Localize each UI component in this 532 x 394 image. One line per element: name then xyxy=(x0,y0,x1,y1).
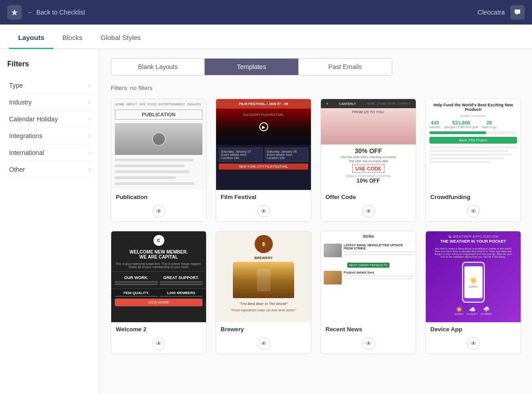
tab-blocks-label: Blocks xyxy=(63,34,83,41)
preview-button-crowdfunding[interactable]: 👁 xyxy=(426,202,521,221)
template-thumb-recent-news: Strike LATEST EMAIL NEWSLETTER UPDATE FR… xyxy=(321,231,416,322)
template-thumb-crowdfunding: Help Fund the World's Best Exciting New … xyxy=(426,99,521,190)
navbar-right: Cleocatra xyxy=(478,5,525,20)
tab-blocks[interactable]: Blocks xyxy=(54,27,92,49)
template-thumb-device-app: 🌤 WEATHER APPLICATION THE WEATHER IN YOU… xyxy=(426,231,521,322)
template-name-recent-news: Recent News xyxy=(321,322,416,334)
sidebar-item-international[interactable]: International › xyxy=(7,145,92,161)
navbar: ← Back to Checklist Cleocatra xyxy=(0,0,532,25)
eye-icon: 👁 xyxy=(257,337,270,350)
tab-layouts-label: Layouts xyxy=(18,34,44,41)
sidebar-item-calendar-holiday[interactable]: Calendar Holiday › xyxy=(7,111,92,128)
template-card-offer-code[interactable]: CANTERLY HOME STORE BLOG CONTACT FROM US… xyxy=(320,99,416,222)
templates-grid: HOMEABOUTLIFEFOODENTERTAINMENTFASHION PU… xyxy=(111,99,521,354)
eye-icon: 👁 xyxy=(467,337,480,350)
template-card-recent-news[interactable]: Strike LATEST EMAIL NEWSLETTER UPDATE FR… xyxy=(320,231,416,354)
sidebar-item-integrations-label: Integrations xyxy=(9,132,42,140)
chevron-right-icon: › xyxy=(89,99,90,105)
preview-button-offer-code[interactable]: 👁 xyxy=(321,202,416,221)
preview-button-brewery[interactable]: 👁 xyxy=(216,334,311,354)
template-name-film-festival: Film Festival xyxy=(216,190,311,202)
filters-status: Filters: no filters xyxy=(111,85,521,91)
sidebar-item-other[interactable]: Other › xyxy=(7,161,92,178)
sidebar-item-integrations[interactable]: Integrations › xyxy=(7,128,92,145)
tab-bar: Layouts Blocks Global Styles xyxy=(0,25,532,49)
template-card-brewery[interactable]: 🍺 BREWERY "The Best Beer In The World!" … xyxy=(216,231,311,354)
template-thumb-offer-code: CANTERLY HOME STORE BLOG CONTACT FROM US… xyxy=(321,99,416,190)
right-panel: Blank Layouts Templates Past Emails Filt… xyxy=(100,49,532,394)
eye-icon: 👁 xyxy=(153,205,165,218)
chevron-right-icon: › xyxy=(89,150,90,156)
template-name-welcome-2: Welcome 2 xyxy=(111,322,206,334)
preview-button-film-festival[interactable]: 👁 xyxy=(216,202,311,221)
sidebar-item-international-label: International xyxy=(9,149,44,156)
template-card-welcome-2[interactable]: C WELCOME NEW MEMBER.WE ARE CAPITAL This… xyxy=(111,231,207,354)
tab-layouts[interactable]: Layouts xyxy=(9,27,54,49)
template-name-offer-code: Offer Code xyxy=(321,190,416,202)
sidebar-item-other-label: Other xyxy=(9,166,25,173)
sidebar-item-type[interactable]: Type › xyxy=(7,77,92,94)
preview-button-publication[interactable]: 👁 xyxy=(111,202,206,221)
template-name-brewery: Brewery xyxy=(216,322,311,334)
preview-button-recent-news[interactable]: 👁 xyxy=(321,334,416,354)
sidebar: Filters Type › Industry › Calendar Holid… xyxy=(0,49,100,394)
chevron-right-icon: › xyxy=(89,116,90,122)
sidebar-item-type-label: Type xyxy=(9,82,23,89)
past-emails-button[interactable]: Past Emails xyxy=(299,59,392,75)
template-thumb-welcome-2: C WELCOME NEW MEMBER.WE ARE CAPITAL This… xyxy=(111,231,206,322)
chat-icon-button[interactable] xyxy=(510,5,525,20)
eye-icon: 👁 xyxy=(362,205,375,218)
template-thumb-publication: HOMEABOUTLIFEFOODENTERTAINMENTFASHION PU… xyxy=(111,99,206,190)
filters-title: Filters xyxy=(7,60,92,68)
tab-global-styles[interactable]: Global Styles xyxy=(92,27,150,49)
template-card-film-festival[interactable]: FILM FESTIVAL / JAN 07 - 09 2nd SHORT FI… xyxy=(216,99,311,222)
template-thumb-film-festival: FILM FESTIVAL / JAN 07 - 09 2nd SHORT FI… xyxy=(216,99,311,190)
back-label: Back to Checklist xyxy=(36,9,85,16)
sidebar-item-industry[interactable]: Industry › xyxy=(7,94,92,111)
app-logo xyxy=(7,5,22,20)
username-label: Cleocatra xyxy=(478,9,505,16)
template-card-crowdfunding[interactable]: Help Fund the World's Best Exciting New … xyxy=(425,99,521,222)
template-name-publication: Publication xyxy=(111,190,206,202)
eye-icon: 👁 xyxy=(257,205,270,218)
eye-icon: 👁 xyxy=(362,337,375,350)
templates-button[interactable]: Templates xyxy=(205,59,298,75)
layout-toggle: Blank Layouts Templates Past Emails xyxy=(111,58,392,75)
back-to-checklist-button[interactable]: ← Back to Checklist xyxy=(27,9,85,16)
sidebar-item-calendar-holiday-label: Calendar Holiday xyxy=(9,115,58,123)
template-thumb-brewery: 🍺 BREWERY "The Best Beer In The World!" … xyxy=(216,231,311,322)
preview-button-device-app[interactable]: 👁 xyxy=(426,334,521,354)
template-name-device-app: Device App xyxy=(426,322,521,334)
chevron-right-icon: › xyxy=(89,133,90,139)
template-card-publication[interactable]: HOMEABOUTLIFEFOODENTERTAINMENTFASHION PU… xyxy=(111,99,207,222)
back-arrow-icon: ← xyxy=(27,9,34,16)
blank-layouts-button[interactable]: Blank Layouts xyxy=(111,59,205,75)
main-content: Filters Type › Industry › Calendar Holid… xyxy=(0,49,532,394)
sidebar-item-industry-label: Industry xyxy=(9,99,32,106)
eye-icon: 👁 xyxy=(467,205,480,218)
tab-global-styles-label: Global Styles xyxy=(101,34,141,41)
template-name-crowdfunding: Crowdfunding xyxy=(426,190,521,202)
preview-button-welcome-2[interactable]: 👁 xyxy=(111,334,206,354)
navbar-left: ← Back to Checklist xyxy=(7,5,85,20)
eye-icon: 👁 xyxy=(153,337,165,350)
template-card-device-app[interactable]: 🌤 WEATHER APPLICATION THE WEATHER IN YOU… xyxy=(425,231,521,354)
chevron-right-icon: › xyxy=(89,82,90,89)
chevron-right-icon: › xyxy=(89,166,90,173)
